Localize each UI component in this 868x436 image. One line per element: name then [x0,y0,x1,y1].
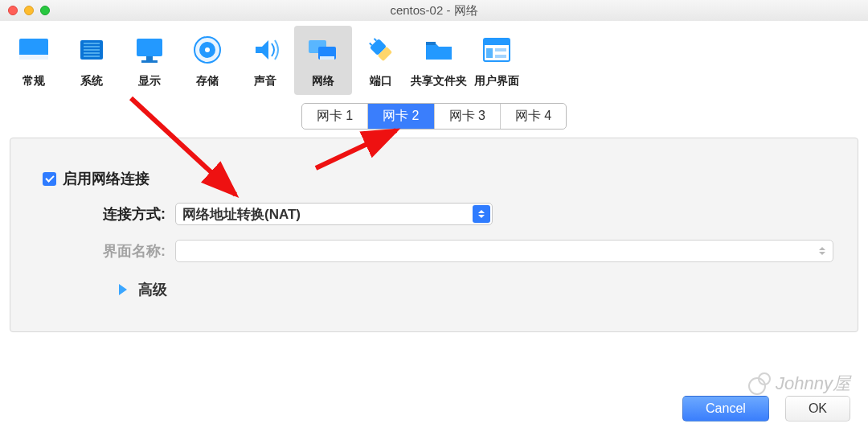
ui-icon [468,29,526,71]
watermark-text: Johnny屋 [776,372,850,396]
zoom-icon[interactable] [40,6,50,15]
enable-adapter-checkbox[interactable] [43,172,56,186]
toolbar-label: 用户界面 [468,74,526,88]
dialog-footer: Cancel OK [682,396,850,422]
toolbar-label: 存储 [178,74,236,88]
display-icon [121,29,178,71]
toolbar-label: 系统 [63,74,121,88]
toolbar-label: 声音 [236,74,294,88]
svg-line-20 [370,43,372,46]
toolbar-label: 网络 [294,74,352,88]
svg-rect-26 [495,55,506,58]
svg-rect-25 [495,48,506,51]
svg-rect-8 [137,39,162,56]
system-icon [63,29,121,71]
window-controls [8,6,50,15]
toolbar-general[interactable]: 常规 [5,26,63,95]
toolbar-network[interactable]: 网络 [294,26,352,95]
svg-rect-1 [19,55,48,60]
svg-rect-16 [320,56,334,60]
ports-icon [352,29,410,71]
svg-rect-9 [146,56,153,60]
cancel-button[interactable]: Cancel [682,396,769,422]
wechat-icon [748,372,771,395]
watermark: Johnny屋 [748,372,850,396]
toolbar-display[interactable]: 显示 [121,26,178,95]
tab-adapter-4[interactable]: 网卡 4 [501,104,566,129]
advanced-disclosure[interactable]: 高级 [119,280,833,299]
toolbar-ui[interactable]: 用户界面 [468,26,526,95]
ok-button[interactable]: OK [785,396,850,422]
minimize-icon[interactable] [24,6,34,15]
folder-icon [410,29,468,71]
general-icon [5,29,63,71]
disclosure-triangle-icon [119,284,127,295]
audio-icon [236,29,294,71]
storage-icon [178,29,236,71]
network-icon [294,29,352,71]
attached-to-value: 网络地址转换(NAT) [182,205,301,224]
titlebar: centos-02 - 网络 [0,0,868,21]
chevron-updown-icon [473,205,490,223]
toolbar-label: 常规 [5,74,63,88]
toolbar-label: 共享文件夹 [410,74,468,88]
svg-line-19 [375,39,377,41]
enable-adapter-label: 启用网络连接 [63,169,149,188]
close-icon[interactable] [8,6,18,15]
toolbar-shared-folders[interactable]: 共享文件夹 [410,26,468,95]
interface-name-select[interactable] [175,240,833,262]
toolbar-ports[interactable]: 端口 [352,26,410,95]
svg-rect-23 [484,39,510,45]
toolbar-audio[interactable]: 声音 [236,26,294,95]
tab-adapter-3[interactable]: 网卡 3 [435,104,501,129]
tab-adapter-1[interactable]: 网卡 1 [302,104,368,129]
settings-toolbar: 常规 系统 显示 存储 声音 网络 端口 [0,21,868,95]
toolbar-storage[interactable]: 存储 [178,26,236,95]
interface-name-label: 界面名称: [43,241,175,261]
svg-rect-24 [486,48,493,58]
advanced-label: 高级 [138,280,167,299]
tab-adapter-2[interactable]: 网卡 2 [368,104,434,129]
toolbar-system[interactable]: 系统 [63,26,121,95]
svg-rect-21 [426,42,436,45]
window-title: centos-02 - 网络 [390,3,477,19]
network-form: 启用网络连接 连接方式: 网络地址转换(NAT) 界面名称: 高级 [10,138,858,332]
chevron-updown-icon [817,244,828,258]
svg-line-28 [316,130,396,168]
attached-to-select[interactable]: 网络地址转换(NAT) [175,203,493,225]
attached-to-label: 连接方式: [43,204,175,224]
toolbar-label: 端口 [352,74,410,88]
svg-point-13 [205,47,210,52]
svg-rect-10 [141,60,158,63]
toolbar-label: 显示 [121,74,178,88]
adapter-tabs: 网卡 1 网卡 2 网卡 3 网卡 4 [301,103,567,130]
